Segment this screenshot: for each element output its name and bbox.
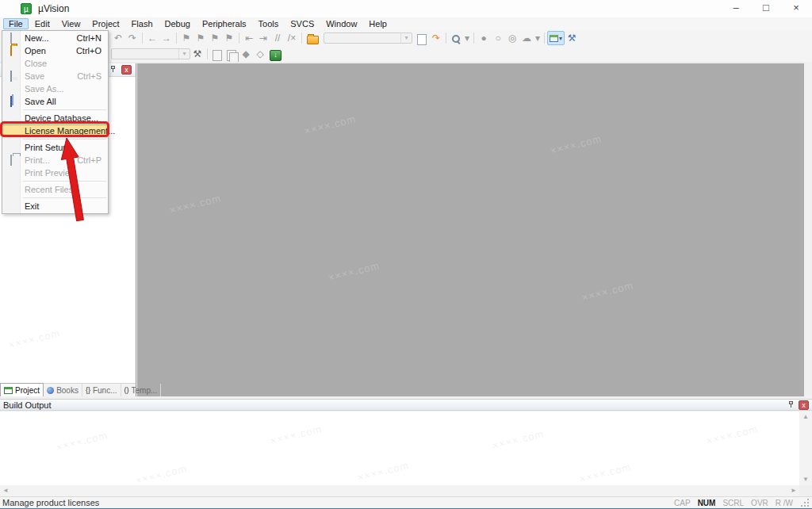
save-all-icon — [4, 97, 18, 106]
printer-icon — [4, 155, 18, 165]
find-in-files-icon[interactable] — [307, 36, 319, 44]
tab-project[interactable]: Project — [0, 383, 44, 396]
uncomment-icon[interactable]: /× — [285, 31, 299, 45]
app-logo-icon: µ — [21, 3, 32, 14]
batch-build-icon[interactable]: ◇ — [253, 47, 267, 61]
indent-icon[interactable]: ⇥ — [256, 31, 270, 45]
find-in-document-icon[interactable] — [417, 34, 427, 45]
redo-icon[interactable]: ↷ — [125, 31, 140, 45]
menu-debug[interactable]: Debug — [159, 18, 196, 29]
tab-books[interactable]: Books — [44, 384, 82, 396]
breakpoint-insert-icon[interactable]: ● — [477, 31, 491, 45]
bookmark-toggle-icon[interactable]: ⚑ — [179, 31, 193, 45]
comment-icon[interactable]: // — [270, 31, 285, 45]
bookmark-next-icon[interactable]: ⚑ — [208, 31, 222, 45]
incremental-find-icon[interactable]: ↷ — [429, 31, 443, 45]
window-layout-button[interactable]: ▾ — [547, 31, 565, 45]
menu-item-device-database[interactable]: Device Database... — [2, 112, 108, 124]
menu-separator — [23, 109, 106, 110]
templates-tab-icon: () — [124, 386, 129, 394]
menu-project[interactable]: Project — [86, 18, 124, 29]
vertical-scrollbar[interactable]: ▲ ▼ — [799, 411, 812, 485]
scroll-left-icon[interactable]: ◄ — [0, 485, 11, 496]
menu-item-label: Print Preview — [25, 168, 76, 178]
close-panel-icon[interactable]: x — [121, 65, 132, 75]
search-dropdown-icon[interactable]: ▾ — [463, 31, 471, 45]
pin-icon[interactable] — [787, 401, 795, 409]
menu-window[interactable]: Window — [320, 18, 362, 29]
translate-icon[interactable]: ◆ — [239, 47, 253, 61]
breakpoint-dropdown-icon[interactable]: ▾ — [534, 31, 542, 45]
configure-wrench-icon[interactable]: ⚒ — [565, 31, 579, 45]
close-button[interactable]: × — [780, 0, 812, 17]
minimize-button[interactable]: – — [720, 0, 752, 17]
chevron-down-icon: ▾ — [559, 35, 562, 42]
project-tab-icon — [4, 387, 13, 394]
window-layout-icon — [550, 35, 558, 42]
scroll-up-icon[interactable]: ▲ — [800, 411, 811, 423]
download-icon[interactable]: ↓ — [270, 50, 282, 61]
indicator-cap: CAP — [674, 499, 691, 507]
undo-icon[interactable]: ↶ — [111, 31, 125, 45]
scroll-right-icon[interactable]: ► — [788, 485, 799, 496]
menu-item-exit[interactable]: Exit — [2, 200, 108, 212]
menu-flash[interactable]: Flash — [126, 18, 159, 29]
watermark: ××××.com — [327, 259, 381, 284]
watermark: ××××.com — [134, 462, 188, 487]
unindent-icon[interactable]: ⇤ — [242, 31, 256, 45]
pin-icon[interactable] — [109, 66, 117, 74]
menu-item-label: Recent Files — [25, 185, 73, 194]
menu-svcs[interactable]: SVCS — [285, 18, 320, 29]
menu-item-license-management[interactable]: License Management... — [2, 124, 108, 137]
breakpoint-kill-all-icon[interactable]: ☁ — [519, 31, 534, 45]
menu-edit[interactable]: Edit — [29, 18, 56, 29]
navigate-back-icon[interactable]: ← — [145, 31, 159, 45]
indicator-scrl: SCRL — [722, 499, 744, 507]
resize-grip[interactable] — [800, 498, 810, 507]
find-combobox[interactable]: ▾ — [324, 33, 412, 44]
search-icon[interactable] — [450, 33, 462, 44]
bookmark-prev-icon[interactable]: ⚑ — [193, 31, 208, 45]
menu-item-save-all[interactable]: Save All — [2, 95, 108, 108]
menu-item-shortcut: Ctrl+P — [77, 155, 102, 165]
close-panel-icon[interactable]: x — [799, 400, 809, 410]
menu-item-print-setup[interactable]: Print Setup... — [2, 141, 108, 154]
watermark: ××××.com — [269, 423, 323, 447]
tab-templates[interactable]: () Temp... — [121, 384, 162, 396]
menu-item-new[interactable]: New... Ctrl+N — [2, 32, 108, 44]
mdi-background: ××××.com ××××.com ××××.com ××××.com ××××… — [137, 63, 804, 396]
navigate-forward-icon[interactable]: → — [159, 31, 174, 45]
right-edge-strip — [804, 62, 812, 396]
horizontal-scrollbar[interactable]: ◄ ► — [0, 485, 799, 497]
watermark: ××××.com — [491, 427, 545, 452]
breakpoint-disable-all-icon[interactable]: ◎ — [505, 31, 519, 45]
build-output-body[interactable]: ××××.com ××××.com ××××.com ××××.com ××××… — [0, 411, 799, 485]
menu-item-shortcut: Ctrl+O — [76, 46, 102, 55]
bookmark-clear-icon[interactable]: ⚑ — [222, 31, 236, 45]
build-output-header: Build Output x — [0, 399, 812, 411]
menu-file[interactable]: File — [3, 18, 29, 29]
menu-item-print-preview: Print Preview — [2, 166, 108, 179]
target-select-combobox[interactable]: ▾ — [111, 48, 190, 59]
functions-tab-icon: {} — [86, 386, 90, 394]
tab-label: Func... — [93, 386, 117, 395]
breakpoint-enable-icon[interactable]: ○ — [491, 31, 505, 45]
menu-item-open[interactable]: Open Ctrl+O — [2, 44, 108, 57]
menu-help[interactable]: Help — [363, 18, 393, 29]
scroll-corner — [799, 485, 812, 497]
rebuild-icon[interactable] — [227, 50, 236, 61]
menu-item-print: Print... Ctrl+P — [2, 154, 108, 166]
maximize-button[interactable]: □ — [750, 0, 782, 17]
menu-view[interactable]: View — [56, 18, 86, 29]
menu-peripherals[interactable]: Peripherals — [197, 18, 252, 29]
chevron-down-icon[interactable]: ▾ — [178, 49, 190, 59]
menu-tools[interactable]: Tools — [253, 18, 285, 29]
scroll-down-icon[interactable]: ▼ — [800, 474, 811, 485]
tab-functions[interactable]: {} Func... — [82, 384, 121, 396]
watermark: ××××.com — [705, 423, 759, 447]
target-options-icon[interactable]: ⚒ — [190, 47, 205, 61]
build-icon[interactable] — [213, 50, 222, 61]
watermark: ××××.com — [55, 429, 109, 454]
menu-item-label: Save All — [25, 97, 56, 106]
chevron-down-icon[interactable]: ▾ — [400, 33, 412, 43]
